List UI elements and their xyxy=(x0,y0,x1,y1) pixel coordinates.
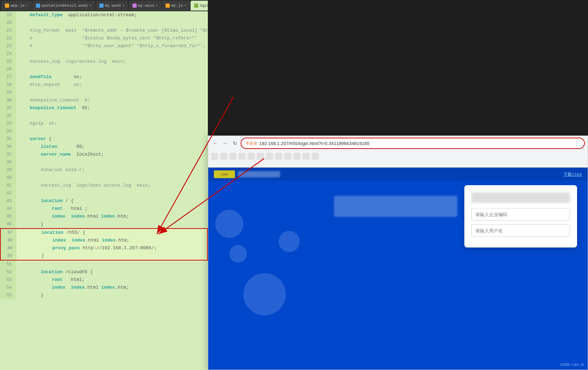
line-content: proxy_pass http://192.168.1.207:8086/; xyxy=(17,244,207,252)
bookmark-10[interactable] xyxy=(293,153,301,160)
bookmark-7[interactable] xyxy=(266,153,273,160)
tab-label: app.js xyxy=(11,4,25,8)
bookmark-6[interactable] xyxy=(257,153,264,160)
bookmark-5[interactable] xyxy=(248,153,255,160)
code-line-34: 34 xyxy=(0,127,208,135)
bookmark-8[interactable] xyxy=(275,153,282,160)
code-line-37: 37 server_name localhost; xyxy=(0,151,208,158)
tab-icon xyxy=(166,4,170,8)
line-number: 31 xyxy=(0,104,16,112)
code-line-36: 36 listen 80; xyxy=(0,143,208,151)
line-number: 29 xyxy=(0,89,16,96)
tab-close-button[interactable]: × xyxy=(123,4,125,8)
tab-my-js[interactable]: my.js× xyxy=(162,1,190,11)
code-line-49: 49 proxy_pass http://192.168.1.207:8086/… xyxy=(1,244,207,252)
bookmark-3[interactable] xyxy=(229,153,236,160)
tab-label: my.js xyxy=(171,4,183,8)
line-content: sendfile on; xyxy=(16,73,208,81)
tab-close-button[interactable]: × xyxy=(89,4,92,8)
line-content: location /h55/ { xyxy=(17,229,207,237)
line-number: 43 xyxy=(0,197,16,205)
line-content: index index.html index.htm; xyxy=(16,213,208,220)
code-line-53: 53 root html; xyxy=(0,276,208,284)
address-bar[interactable] xyxy=(259,141,580,146)
bookmark-1[interactable] xyxy=(211,153,218,160)
code-line-41: 41 #access_log logs/host.access.log main… xyxy=(0,182,208,189)
line-number: 42 xyxy=(0,189,16,197)
tab-my-wxss[interactable]: my.wxss× xyxy=(129,1,161,11)
code-line-51: 51 xyxy=(0,261,208,268)
line-number: 22 xyxy=(0,35,16,42)
tab-label: my.wxss xyxy=(138,4,154,8)
forward-button[interactable]: → xyxy=(221,139,229,148)
reload-button[interactable]: ↻ xyxy=(231,139,239,148)
code-line-27: 27 sendfile on; xyxy=(0,73,208,81)
code-line-52: 52 location /cloudh5 { xyxy=(0,268,208,276)
back-button[interactable]: ← xyxy=(211,139,219,148)
line-number: 35 xyxy=(0,135,16,143)
code-line-54: 54 index index.html index.htm; xyxy=(0,284,208,291)
company-code-input[interactable] xyxy=(471,208,570,221)
logo-image: LOGO xyxy=(214,170,235,178)
tab-label: nginx.conf xyxy=(200,4,208,8)
code-line-26: 26 xyxy=(0,65,208,73)
bookmark-4[interactable] xyxy=(239,153,246,160)
bookmark-9[interactable] xyxy=(284,153,291,160)
line-content: #log_format main '$remote_addr - $remote… xyxy=(16,27,208,35)
code-line-29: 29 xyxy=(0,89,208,96)
hero-text xyxy=(334,196,457,217)
line-number: 30 xyxy=(0,96,16,104)
tab-icon xyxy=(5,4,9,8)
line-content: root html; xyxy=(16,276,208,284)
tab-quotationDetail-wxml[interactable]: quotationDetail.wxml× xyxy=(32,1,95,11)
line-content: index index.html index.htm; xyxy=(17,237,207,244)
line-number: 44 xyxy=(0,205,16,213)
bookmark-2[interactable] xyxy=(220,153,227,160)
line-content: # '$status $body_bytes_sent "$http_refer… xyxy=(16,35,208,42)
code-line-39: 39 #charset koi8-r; xyxy=(0,166,208,174)
line-number: 53 xyxy=(0,276,16,284)
line-content: index index.html index.htm; xyxy=(16,284,208,291)
code-line-33: 33 #gzip on; xyxy=(0,120,208,127)
username-input[interactable] xyxy=(471,224,570,237)
line-number: 19 xyxy=(0,11,16,19)
bookmark-12[interactable] xyxy=(312,153,319,160)
code-line-43: 43 location / { xyxy=(0,197,208,205)
tab-app-js[interactable]: app.js× xyxy=(1,1,32,11)
code-line-20: 20 xyxy=(0,19,208,27)
bubble-3 xyxy=(243,273,286,315)
line-number: 25 xyxy=(0,58,16,65)
code-line-44: 44 root html ; xyxy=(0,205,208,213)
line-number: 45 xyxy=(0,213,16,220)
tab-close-button[interactable]: × xyxy=(184,4,186,8)
tab-label: quotationDetail.wxml xyxy=(42,4,88,8)
code-line-32: 32 xyxy=(0,112,208,120)
tab-nginx-conf[interactable]: nginx.conf× xyxy=(191,1,208,11)
code-line-48: 48 index index.html index.htm; xyxy=(1,237,207,244)
line-number: 46 xyxy=(0,220,16,228)
code-line-30: 30 #keepalive_timeout 0; xyxy=(0,96,208,104)
line-content: #charset koi8-r; xyxy=(16,166,208,174)
code-editor: app.js×quotationDetail.wxml×my.wxml×my.w… xyxy=(0,0,208,370)
bookmark-11[interactable] xyxy=(303,153,310,160)
tab-close-button[interactable]: × xyxy=(156,4,158,8)
tab-bar[interactable]: app.js×quotationDetail.wxml×my.wxml×my.w… xyxy=(0,0,208,11)
tab-label: my.wxml xyxy=(105,4,121,8)
tab-icon xyxy=(99,4,104,8)
line-number: 36 xyxy=(0,143,16,151)
browser-toolbar: ← → ↻ 不安全 xyxy=(208,136,588,151)
line-content: # '"$http_user_agent" "$http_x_forwarded… xyxy=(16,42,208,50)
download-link[interactable]: 下载(csv xyxy=(563,171,582,177)
code-line-35: 35 server { xyxy=(0,135,208,143)
line-content: #tcp_nopush on; xyxy=(16,81,208,89)
line-content: #access_log logs/host.access.log main; xyxy=(16,182,208,189)
line-number: 40 xyxy=(0,174,16,182)
code-line-31: 31 keepalive_timeout 65; xyxy=(0,104,208,112)
code-line-50: 50 } xyxy=(1,252,207,260)
line-content: root html ; xyxy=(16,205,208,213)
line-number: 32 xyxy=(0,112,16,120)
tab-my-wxml[interactable]: my.wxml× xyxy=(96,1,128,11)
line-number: 34 xyxy=(0,127,16,135)
tab-close-button[interactable]: × xyxy=(26,4,28,8)
code-line-21: 21 #log_format main '$remote_addr - $rem… xyxy=(0,27,208,35)
